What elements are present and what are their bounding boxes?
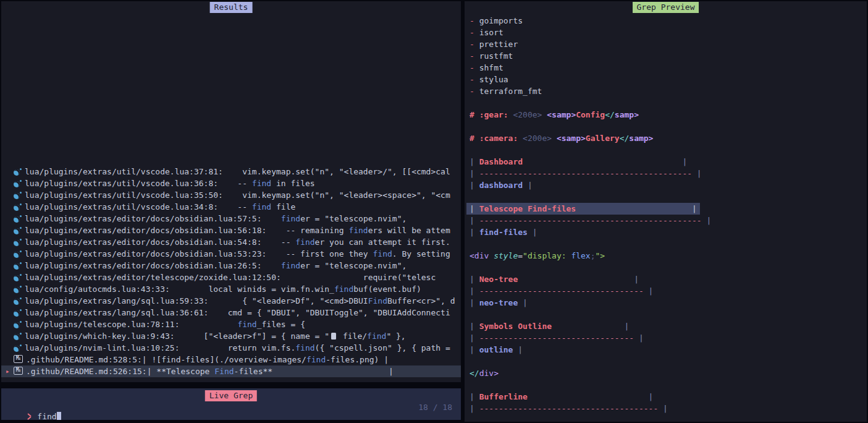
match-text: find	[334, 284, 353, 294]
preview-line: | Dashboard |	[470, 156, 867, 168]
match-text: find	[295, 237, 314, 247]
result-text: er = "telescope.nvim",	[300, 261, 407, 270]
result-row[interactable]: lua/plugins/extras/util/vscode.lua:34:8:…	[1, 201, 461, 213]
prompt-caret-icon	[27, 412, 32, 420]
preview-line: | Telescope Find-files |	[470, 203, 867, 215]
preview-text: style	[494, 251, 518, 260]
preview-line: | Symbols Outline |	[470, 320, 867, 332]
match-text: Find	[214, 367, 234, 376]
result-row[interactable]: lua/plugins/telescope.lua:78:11: find_fi…	[1, 318, 461, 330]
match-text: find	[348, 226, 368, 235]
result-row[interactable]: lua/plugins/extras/util/vscode.lua:37:81…	[1, 166, 461, 177]
preview-text: |	[470, 392, 479, 401]
preview-text: </	[605, 110, 615, 119]
preview-highlight-band: | Telescope Find-files |	[466, 203, 700, 215]
preview-text	[552, 322, 624, 331]
preview-text: ----------------------------------------…	[479, 216, 702, 225]
preview-text: shfmt	[479, 63, 504, 72]
result-text: .github/README.md:528:5:| ![find-files](…	[26, 355, 306, 364]
result-text: lua/plugins/extras/util/vscode.lua:34:8:…	[25, 202, 252, 212]
prompt-input[interactable]: find	[37, 412, 56, 420]
preview-text: |	[634, 275, 639, 284]
result-text: Buffer<cr>", d	[387, 296, 455, 306]
preview-text: -	[470, 51, 479, 61]
preview-text: |	[658, 404, 668, 413]
live-grep-title: Live Grep	[205, 390, 257, 401]
lua-file-icon	[14, 320, 22, 328]
file-icon	[331, 333, 336, 340]
result-text: lua/plugins/extras/editor/telescope/zoxi…	[25, 273, 436, 282]
result-row[interactable]: M↓.github/README.md:528:5:| ![find-files…	[1, 354, 461, 365]
preview-text: |	[702, 216, 712, 225]
result-text: -files** |	[234, 367, 394, 376]
preview-text: |	[470, 157, 479, 166]
lua-file-icon	[14, 344, 22, 352]
lua-file-icon	[14, 179, 22, 187]
result-row[interactable]: lua/plugins/extras/util/vscode.lua:36:8:…	[1, 177, 461, 189]
match-text: find	[295, 343, 314, 352]
preview-text: neo-tree	[479, 298, 518, 307]
selection-arrow-icon: ▸	[6, 365, 10, 377]
lua-file-icon	[14, 250, 22, 258]
result-row[interactable]: lua/plugins/extras/editor/docs/obsidian.…	[1, 224, 461, 236]
result-row[interactable]: lua/plugins/extras/editor/docs/obsidian.…	[1, 248, 461, 260]
preview-text: |	[692, 169, 702, 178]
markdown-file-icon: M↓	[14, 367, 23, 375]
result-text: lua/config/autocmds.lua:43:33: local win…	[25, 284, 334, 294]
result-row[interactable]: lua/plugins/nvim-lint.lua:10:25: return …	[1, 342, 461, 354]
preview-line	[470, 309, 867, 320]
result-text: lua/plugins/extras/editor/docs/obsidian.…	[25, 237, 295, 247]
preview-line: | --------------------------------------…	[470, 215, 867, 226]
preview-text: find-files	[479, 228, 528, 237]
preview-text: Neo-tree	[479, 275, 518, 284]
preview-text: |	[649, 392, 654, 401]
preview-text: Config	[576, 110, 605, 119]
match-text: find	[237, 320, 256, 329]
preview-text: |	[624, 322, 629, 331]
result-text: lua/plugins/extras/util/vscode.lua:35:50…	[25, 190, 450, 200]
result-text: lua/plugins/extras/util/vscode.lua:36:8:…	[25, 179, 252, 188]
match-text: find	[281, 214, 300, 223]
preview-text: |	[470, 216, 479, 225]
preview-line: | ---------------------------------- |	[470, 285, 867, 297]
preview-line	[470, 262, 867, 273]
result-row[interactable]: lua/plugins/which-key.lua:9:43: ["<leade…	[1, 330, 461, 342]
result-row[interactable]: lua/plugins/extras/lang/sql.lua:59:33: {…	[1, 295, 461, 307]
preview-text: ----------------------------------	[479, 286, 644, 296]
preview-text: -	[470, 28, 479, 37]
preview-line: | outline |	[470, 344, 867, 356]
result-row[interactable]: lua/plugins/extras/editor/docs/obsidian.…	[1, 236, 461, 248]
preview-text: |	[470, 404, 479, 413]
preview-text: |	[470, 181, 479, 190]
result-text: lua/plugins/nvim-lint.lua:10:25: return …	[25, 343, 295, 352]
preview-text	[489, 251, 494, 260]
result-text: -files.png) |	[326, 355, 389, 364]
preview-line: | --------------------------------------…	[470, 168, 867, 179]
preview-text: ;	[591, 251, 596, 260]
preview-text: Telescope Find-files	[479, 204, 576, 213]
result-row[interactable]: lua/plugins/extras/editor/docs/obsidian.…	[1, 260, 461, 271]
result-row[interactable]: ▸M↓.github/README.md:526:15:| **Telescop…	[1, 365, 461, 377]
result-text: lua/plugins/telescope.lua:78:11:	[25, 320, 237, 329]
preview-text: <samp>	[557, 134, 586, 143]
result-row[interactable]: lua/plugins/extras/util/vscode.lua:35:50…	[1, 189, 461, 201]
preview-text: |	[470, 298, 479, 307]
markdown-file-icon: M↓	[14, 355, 23, 363]
result-text: lua/plugins/extras/editor/docs/obsidian.…	[25, 261, 281, 270]
preview-line: - prettier	[470, 38, 867, 50]
preview-text: terraform_fmt	[479, 87, 542, 96]
preview-line	[470, 191, 867, 203]
result-row[interactable]: lua/config/autocmds.lua:43:33: local win…	[1, 283, 461, 295]
preview-text: rustfmt	[479, 51, 513, 61]
preview-text: |	[692, 204, 697, 213]
result-text: lua/plugins/extras/editor/docs/obsidian.…	[25, 226, 348, 235]
result-row[interactable]: lua/plugins/extras/editor/docs/obsidian.…	[1, 213, 461, 224]
result-row[interactable]: lua/plugins/extras/lang/sql.lua:36:61: c…	[1, 307, 461, 318]
preview-text: |	[513, 345, 523, 354]
preview-text: </	[620, 134, 630, 143]
result-counter: 18 / 18	[418, 403, 452, 412]
result-row[interactable]: lua/plugins/extras/editor/telescope/zoxi…	[1, 271, 461, 283]
prompt-line[interactable]: find	[7, 403, 61, 420]
preview-line: - rustfmt	[470, 50, 867, 62]
result-text: lua/plugins/extras/lang/sql.lua:36:61: c…	[25, 308, 450, 317]
